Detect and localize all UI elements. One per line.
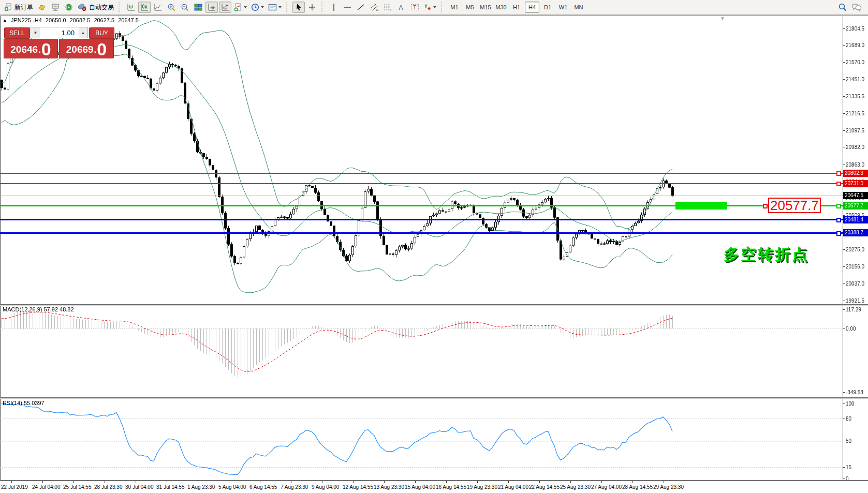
toolbar-grip bbox=[321, 2, 325, 12]
timeframe-mn[interactable]: MN bbox=[571, 2, 586, 13]
auto-trading-label: 自动交易 bbox=[89, 3, 114, 12]
cursor-button[interactable] bbox=[292, 2, 305, 13]
zoom-out-button[interactable] bbox=[179, 2, 191, 13]
pane-separator[interactable] bbox=[0, 397, 868, 399]
time-label: 28 Jul 23:30 bbox=[94, 484, 123, 490]
signals-button[interactable] bbox=[63, 2, 75, 13]
profiles-button[interactable] bbox=[36, 2, 48, 13]
mt4-terminal: { "toolbar": { "new_order_label": "新订单",… bbox=[0, 0, 868, 493]
horizontal-line-button[interactable] bbox=[341, 2, 354, 13]
svg-text:E: E bbox=[376, 8, 378, 11]
svg-text:A: A bbox=[399, 4, 403, 11]
timeframe-m30[interactable]: M30 bbox=[494, 2, 508, 13]
ohlc-open: 20650.0 bbox=[46, 17, 66, 23]
arrows-button[interactable] bbox=[422, 2, 438, 13]
text-label-button[interactable]: T bbox=[408, 2, 421, 13]
one-click-collapse-icon[interactable]: ▲ bbox=[3, 18, 7, 23]
time-label: 25 Jul 14:55 bbox=[63, 484, 92, 490]
equidistant-channel-icon: E bbox=[370, 3, 379, 11]
chat-icon bbox=[851, 3, 862, 12]
vertical-line-button[interactable] bbox=[328, 2, 340, 13]
dropdown-caret-icon bbox=[244, 6, 247, 8]
period-clock-icon bbox=[251, 3, 259, 11]
timeframe-h4[interactable]: H4 bbox=[525, 2, 539, 13]
volume-increase-button[interactable]: ▲ bbox=[79, 27, 87, 38]
metaeditor-button[interactable] bbox=[49, 2, 62, 13]
crosshair-button[interactable] bbox=[306, 2, 318, 13]
template-button[interactable] bbox=[267, 2, 283, 13]
time-tick bbox=[508, 481, 509, 483]
timeframe-m15[interactable]: M15 bbox=[478, 2, 493, 13]
new-order-button[interactable]: 新订单 bbox=[3, 2, 35, 13]
time-label: 22 Aug 14:55 bbox=[529, 484, 560, 490]
period-button[interactable] bbox=[249, 2, 266, 13]
axis-tick: 20275.0 bbox=[843, 246, 868, 252]
rsi-pane-canvas[interactable] bbox=[0, 398, 843, 480]
trendline-button[interactable] bbox=[355, 2, 367, 13]
price-tag: 20577.7 bbox=[843, 202, 868, 210]
ohlc-high: 20682.5 bbox=[70, 17, 91, 23]
axis-tick: 20156.0 bbox=[843, 263, 868, 270]
sell-button[interactable]: SELL bbox=[4, 27, 30, 39]
line-chart-icon bbox=[154, 3, 162, 11]
profiles-icon bbox=[38, 3, 46, 11]
time-label: 13 Aug 23:30 bbox=[374, 484, 404, 490]
time-tick bbox=[446, 481, 447, 483]
rsi-indicator-label: RSI(14) 55.0397 bbox=[3, 400, 45, 406]
ohlc-close: 20647.5 bbox=[118, 17, 139, 23]
timeframe-w1[interactable]: W1 bbox=[556, 2, 570, 13]
chat-button[interactable] bbox=[850, 2, 863, 13]
time-label: 5 Aug 04:00 bbox=[218, 484, 246, 490]
turning-point-annotation[interactable]: 多空转折点 bbox=[724, 244, 809, 265]
axis-tick: 80 bbox=[843, 415, 868, 422]
volume-input[interactable] bbox=[40, 27, 79, 38]
timeframe-h1[interactable]: H1 bbox=[509, 2, 524, 13]
horizontal-line-icon bbox=[343, 3, 351, 11]
timeframe-m5[interactable]: M5 bbox=[463, 2, 477, 13]
main-chart-canvas[interactable] bbox=[0, 16, 843, 305]
sell-price-main: 20646 bbox=[10, 44, 38, 55]
volume-decrease-button[interactable]: ▼ bbox=[31, 27, 40, 38]
bar-chart-button[interactable] bbox=[125, 2, 137, 13]
toolbar-right-group bbox=[836, 2, 864, 13]
pane-separator[interactable] bbox=[0, 304, 868, 306]
price-tag: 20481.4 bbox=[843, 216, 868, 223]
fibonacci-button[interactable]: F bbox=[381, 2, 394, 13]
axis-tick: 19921.5 bbox=[843, 297, 868, 304]
tile-windows-icon bbox=[194, 3, 202, 11]
sell-price-display[interactable]: 20646 . 0 bbox=[4, 39, 58, 58]
equidistant-channel-button[interactable]: E bbox=[368, 2, 380, 13]
metaeditor-icon bbox=[51, 3, 60, 11]
chart-header: ▲ JPN225-,H4 20650.0 20682.5 20627.5 206… bbox=[3, 17, 139, 23]
price-alert-label[interactable]: 20577.7 bbox=[768, 198, 821, 213]
auto-trading-button[interactable]: 自动交易 bbox=[76, 2, 115, 13]
buy-price-big-digit: 0 bbox=[97, 41, 107, 57]
buy-price-display[interactable]: 20669 . 0 bbox=[59, 39, 114, 58]
add-indicator-button[interactable] bbox=[232, 2, 248, 13]
time-label: 31 Jul 14:55 bbox=[156, 484, 185, 490]
chart-shift-marker-icon[interactable]: ▼ bbox=[720, 16, 725, 21]
timeframe-m1[interactable]: M1 bbox=[447, 2, 462, 13]
text-button[interactable]: A bbox=[395, 2, 407, 13]
chart-shift-button[interactable] bbox=[219, 2, 231, 13]
timeframe-d1[interactable]: D1 bbox=[540, 2, 555, 13]
arrows-icon bbox=[423, 3, 432, 11]
axis-tick: 20863.0 bbox=[843, 161, 868, 168]
time-label: 16 Aug 14:55 bbox=[436, 484, 466, 490]
toolbar-grip bbox=[441, 2, 444, 12]
time-label: 12 Aug 14:55 bbox=[343, 484, 373, 490]
candlestick-chart-button[interactable] bbox=[138, 2, 151, 13]
time-label: 6 Aug 14:55 bbox=[249, 484, 277, 490]
one-click-trading-panel: SELL ▼ ▲ BUY 20646 . 0 20669 . 0 bbox=[4, 27, 114, 58]
time-label: 1 Aug 23:30 bbox=[187, 484, 215, 490]
tile-windows-button[interactable] bbox=[192, 2, 204, 13]
macd-pane-canvas[interactable] bbox=[0, 305, 843, 397]
auto-scroll-button[interactable] bbox=[205, 2, 218, 13]
buy-button[interactable]: BUY bbox=[89, 27, 114, 39]
zoom-in-button[interactable] bbox=[165, 2, 178, 13]
line-chart-button[interactable] bbox=[152, 2, 164, 13]
time-tick bbox=[105, 481, 105, 483]
search-button[interactable] bbox=[836, 2, 849, 13]
time-tick bbox=[570, 481, 571, 483]
toolbar-grip bbox=[286, 2, 289, 12]
